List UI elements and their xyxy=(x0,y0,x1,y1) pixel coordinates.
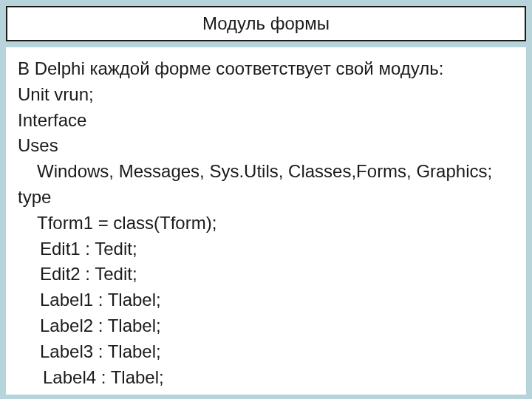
code-line: Tform1 = class(Tform); xyxy=(18,211,514,236)
code-line: Label3 : Tlabel; xyxy=(18,339,514,365)
code-line: Uses xyxy=(18,133,514,159)
code-line: Edit1 : Tedit; xyxy=(18,236,514,262)
content-box: В Delphi каждой форме соответствует свой… xyxy=(6,47,526,395)
code-line: type xyxy=(18,185,514,211)
code-line: Label4 : Tlabel; xyxy=(18,365,514,391)
code-line: В Delphi каждой форме соответствует свой… xyxy=(18,56,514,82)
code-line: Windows, Messages, Sys.Utils, Classes,Fo… xyxy=(18,159,514,185)
title-box: Модуль формы xyxy=(6,6,526,41)
code-line: Edit2 : Tedit; xyxy=(18,262,514,287)
code-line: Unit vrun; xyxy=(18,82,514,108)
page-title: Модуль формы xyxy=(15,13,517,34)
code-line: Interface xyxy=(18,108,514,134)
code-line: Label1 : Tlabel; xyxy=(18,287,514,313)
code-line: Label2 : Tlabel; xyxy=(18,313,514,339)
